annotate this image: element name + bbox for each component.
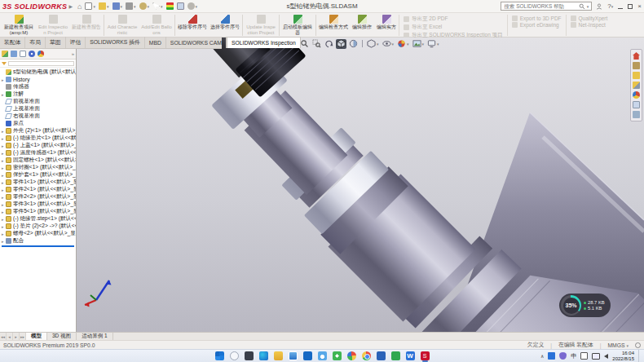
- open-document-button[interactable]: ▾: [99, 2, 109, 11]
- tree-item-component[interactable]: ▸零件5<1> (默认<<默认>_显示状态: [0, 208, 76, 215]
- ime-language-indicator[interactable]: 中: [571, 352, 576, 360]
- weather-cloud-icon[interactable]: [318, 351, 327, 360]
- doc-tab-motion-study[interactable]: 运动算例 1: [77, 333, 112, 340]
- configurationmanager-tab-icon[interactable]: [20, 51, 26, 57]
- appearances-scenes-icon[interactable]: [633, 91, 640, 99]
- ribbon-button-new-inspection-project[interactable]: 新建检查项目 (amp:M): [2, 14, 36, 37]
- status-options-icon[interactable]: [635, 342, 641, 348]
- mail-app-icon[interactable]: [289, 351, 298, 360]
- ribbon-button-edit-spec[interactable]: 编辑实方: [374, 14, 399, 37]
- tab-solidworks-inspection[interactable]: SOLIDWORKS Inspection: [227, 37, 301, 48]
- zoom-to-area-icon[interactable]: [311, 39, 322, 49]
- ribbon-button-remove-balloons[interactable]: 移除零件序号: [176, 14, 209, 37]
- tree-item-component[interactable]: ▸(-) 垫片 (2)<2> ->? (默认<<默认>: [0, 223, 76, 230]
- featuremanager-tree-tab-icon[interactable]: [2, 51, 8, 57]
- taskbar-search-icon[interactable]: [230, 351, 239, 360]
- design-library-icon[interactable]: [633, 62, 640, 69]
- rollback-bar[interactable]: [2, 245, 74, 247]
- previous-view-icon[interactable]: [324, 39, 334, 49]
- tab-layout[interactable]: 布局: [25, 37, 46, 48]
- start-button-icon[interactable]: [215, 351, 224, 360]
- save-button[interactable]: ▾: [112, 2, 123, 11]
- graphics-viewport[interactable]: ▾ ▾ ▾ ▾ ▾ 35% 28.7 KB 5.1 KB: [77, 38, 644, 332]
- filter-funnel-icon[interactable]: [2, 62, 7, 65]
- tree-item-component[interactable]: ▸零件1<1> (默认<<默认>_显示状态: [0, 179, 76, 186]
- tree-item-component[interactable]: ▸零件2<2> (默认<<默认>_显示状态: [0, 193, 76, 201]
- view-palette-icon[interactable]: [633, 101, 640, 108]
- tree-item-history[interactable]: ▸History: [0, 76, 76, 83]
- tree-item-component[interactable]: ▸(-) 温度传感器<1> (默认<<默认>_: [0, 149, 76, 157]
- displaymanager-tab-icon[interactable]: [37, 51, 44, 57]
- tab-sketch[interactable]: 草图: [46, 37, 66, 48]
- tree-item-component[interactable]: ▸密封圈<1> (默认<<默认>_显示状: [0, 164, 76, 171]
- tray-overflow-icon[interactable]: ∧: [540, 353, 544, 359]
- tree-item-origin[interactable]: 原点: [0, 120, 76, 127]
- file-explorer-icon[interactable]: [633, 72, 640, 79]
- tab-evaluate[interactable]: 评估: [66, 37, 86, 48]
- new-document-button[interactable]: ▾: [85, 2, 95, 11]
- ribbon-button-edit-inspection-method[interactable]: 编辑检查方式: [317, 14, 350, 37]
- view-settings-icon[interactable]: ▾: [426, 39, 440, 49]
- ime-mode-icon[interactable]: [580, 352, 588, 360]
- file-properties-button[interactable]: [177, 2, 184, 10]
- tree-item-sensors[interactable]: 传感器: [0, 83, 76, 90]
- close-button[interactable]: ×: [637, 2, 642, 10]
- help-search-box[interactable]: ▾: [501, 2, 592, 11]
- ribbon-button-select-balloons[interactable]: 选择零件序号: [209, 14, 241, 37]
- tab-scroll-left-icon[interactable]: ◂: [7, 333, 13, 340]
- custom-properties-icon[interactable]: [633, 111, 640, 118]
- browser-360-icon[interactable]: [333, 351, 342, 360]
- task-view-icon[interactable]: [245, 351, 254, 360]
- tree-item-assembly-root[interactable]: s型铂铑热电偶 (默认<默认_显示状态-1: [0, 68, 76, 76]
- edit-appearance-icon[interactable]: ▾: [396, 39, 410, 49]
- tab-scroll-first-icon[interactable]: ◂◂: [0, 333, 7, 340]
- minimize-button[interactable]: [618, 3, 623, 9]
- tab-scroll-right-icon[interactable]: ▸: [13, 333, 20, 340]
- tab-solidworks-cam[interactable]: SOLIDWORKS CAM: [166, 37, 227, 48]
- restore-button[interactable]: [628, 4, 633, 9]
- search-scope-dropdown-icon[interactable]: ▾: [587, 4, 589, 9]
- search-icon[interactable]: [579, 3, 585, 10]
- show-desktop-button[interactable]: [638, 350, 641, 362]
- doc-tab-3d-views[interactable]: 3D 视图: [47, 333, 77, 340]
- tree-item-component[interactable]: ▸外壳 (2)<1> (默认<<默认>_显示状: [0, 127, 76, 135]
- tab-mbd[interactable]: MBD: [145, 37, 166, 48]
- tree-item-component[interactable]: ▸固定螺栓<1> (默认<<默认>_显示: [0, 157, 76, 164]
- wps-office-icon[interactable]: W: [406, 351, 415, 360]
- tree-item-top-plane[interactable]: 上视基准面: [0, 105, 76, 113]
- tab-scroll-last-icon[interactable]: ▸▸: [20, 333, 26, 340]
- tree-item-front-plane[interactable]: 前视基准面: [0, 98, 76, 105]
- login-user-icon[interactable]: [596, 3, 602, 10]
- display-style-icon[interactable]: ▾: [366, 39, 380, 49]
- options-button[interactable]: ▾: [187, 2, 198, 11]
- tree-item-component[interactable]: ▸零件3<1> (默认<<默认>_显示状态: [0, 201, 76, 208]
- tree-item-component[interactable]: ▸螺母<2> (默认<<默认>_显示状态: [0, 230, 76, 237]
- help-menu-button[interactable]: ?▾: [607, 2, 613, 10]
- speaker-icon[interactable]: [604, 354, 608, 359]
- solidworks-taskbar-icon[interactable]: S: [421, 351, 430, 360]
- solidworks-resources-icon[interactable]: [633, 52, 640, 60]
- home-button[interactable]: ⌂: [77, 2, 82, 11]
- performance-monitor-badge[interactable]: 35% 28.7 KB 5.1 KB: [559, 294, 611, 317]
- clock[interactable]: 16:042022/8/15: [612, 351, 634, 361]
- tree-item-component[interactable]: ▸零件2<1> (默认<<默认>_显示状态: [0, 186, 76, 193]
- file-explorer-taskbar-icon[interactable]: [274, 351, 283, 360]
- security-shield-icon[interactable]: [559, 352, 567, 360]
- model-3d-thermocouple[interactable]: [77, 38, 644, 332]
- dimxpertmanager-tab-icon[interactable]: [29, 51, 35, 57]
- tree-item-mates[interactable]: ▸配合: [0, 237, 76, 245]
- tab-overflow-icon[interactable]: »: [72, 51, 74, 56]
- hide-show-items-icon[interactable]: ▾: [382, 39, 395, 49]
- apply-scene-icon[interactable]: ▾: [412, 39, 426, 49]
- help-search-input[interactable]: [504, 3, 576, 9]
- print-button[interactable]: ▾: [126, 2, 136, 11]
- toolbox-icon[interactable]: [633, 82, 640, 89]
- network-display-icon[interactable]: [592, 353, 600, 360]
- tree-item-component[interactable]: ▸(-) 绝缘垫片<1> (默认<<默认>_显: [0, 135, 76, 142]
- propertymanager-tab-icon[interactable]: [11, 51, 17, 57]
- microsoft-store-icon[interactable]: [303, 351, 312, 360]
- units-selector[interactable]: MMGS ▾: [607, 342, 629, 348]
- tree-filter-input[interactable]: [8, 61, 74, 66]
- chrome-icon[interactable]: [362, 351, 371, 360]
- doc-tab-model[interactable]: 模型: [26, 333, 47, 340]
